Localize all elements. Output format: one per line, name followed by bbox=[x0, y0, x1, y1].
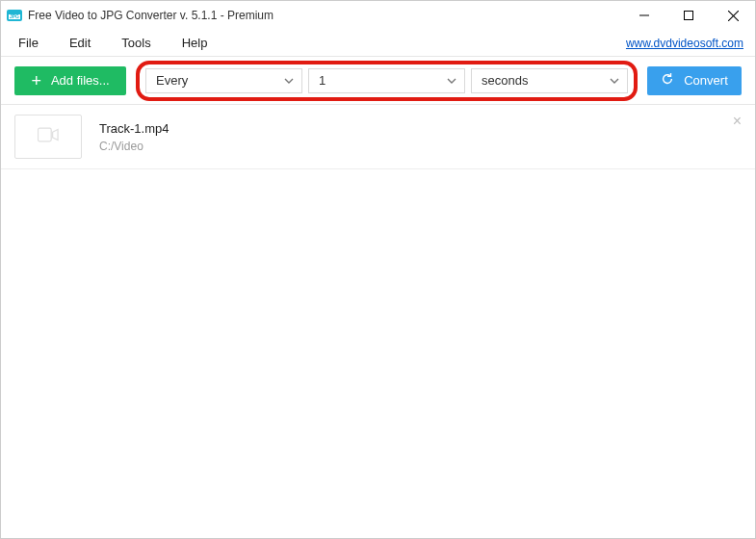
menu-file[interactable]: File bbox=[18, 36, 39, 50]
file-list: Track-1.mp4 C:/Video × bbox=[1, 105, 755, 538]
mode-dropdown[interactable]: Every bbox=[145, 68, 302, 93]
file-name: Track-1.mp4 bbox=[99, 121, 742, 136]
video-icon bbox=[38, 127, 59, 146]
file-info: Track-1.mp4 C:/Video bbox=[99, 121, 742, 153]
remove-file-button[interactable]: × bbox=[733, 113, 742, 130]
file-thumbnail bbox=[14, 115, 82, 159]
close-icon: × bbox=[733, 113, 742, 129]
svg-marker-8 bbox=[53, 130, 59, 141]
count-value: 1 bbox=[319, 73, 447, 88]
add-files-label: Add files... bbox=[51, 73, 110, 88]
toolbar: + Add files... Every 1 seconds Convert bbox=[1, 57, 755, 105]
plus-icon: + bbox=[31, 72, 41, 90]
svg-rect-7 bbox=[38, 128, 51, 141]
extraction-settings-group: Every 1 seconds bbox=[136, 61, 638, 101]
minimize-button[interactable] bbox=[622, 1, 666, 30]
file-path: C:/Video bbox=[99, 140, 742, 153]
svg-rect-4 bbox=[685, 12, 693, 20]
menu-tools[interactable]: Tools bbox=[121, 36, 150, 50]
menu-edit[interactable]: Edit bbox=[69, 36, 91, 50]
svg-text:JPG: JPG bbox=[10, 13, 19, 19]
website-link[interactable]: www.dvdvideosoft.com bbox=[626, 37, 743, 50]
unit-dropdown[interactable]: seconds bbox=[471, 68, 628, 93]
title-bar: JPG Free Video to JPG Converter v. 5.1.1… bbox=[1, 1, 755, 30]
add-files-button[interactable]: + Add files... bbox=[14, 66, 126, 95]
chevron-down-icon bbox=[610, 76, 619, 86]
convert-button[interactable]: Convert bbox=[647, 66, 742, 95]
chevron-down-icon bbox=[447, 76, 456, 86]
window-title: Free Video to JPG Converter v. 5.1.1 - P… bbox=[28, 9, 622, 22]
file-row[interactable]: Track-1.mp4 C:/Video × bbox=[1, 105, 755, 169]
unit-value: seconds bbox=[482, 73, 610, 88]
maximize-button[interactable] bbox=[666, 1, 711, 30]
mode-value: Every bbox=[156, 73, 284, 88]
menu-bar: File Edit Tools Help www.dvdvideosoft.co… bbox=[1, 30, 755, 57]
window-controls bbox=[622, 1, 755, 30]
menu-help[interactable]: Help bbox=[182, 36, 208, 50]
convert-label: Convert bbox=[684, 73, 728, 88]
close-button[interactable] bbox=[711, 1, 755, 30]
chevron-down-icon bbox=[284, 76, 294, 86]
count-dropdown[interactable]: 1 bbox=[308, 68, 465, 93]
app-icon: JPG bbox=[7, 8, 22, 23]
refresh-icon bbox=[661, 72, 674, 89]
